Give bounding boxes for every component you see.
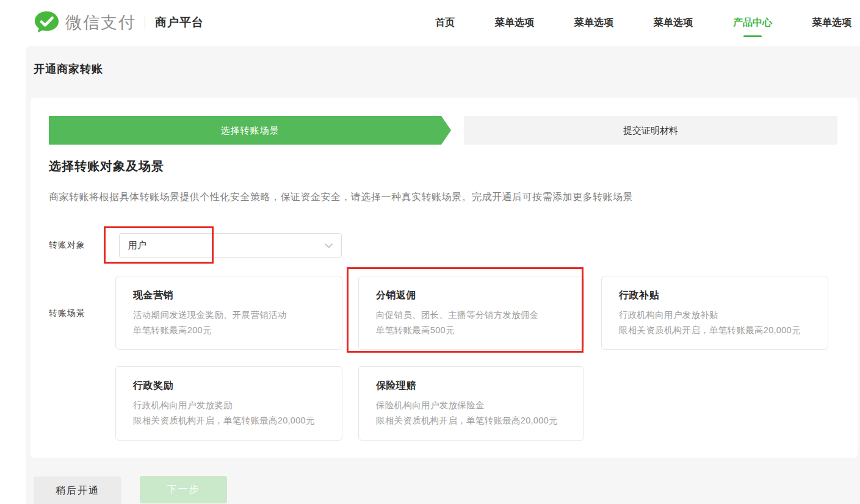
- scene-card-title: 行政补贴: [619, 289, 811, 302]
- open-later-button[interactable]: 稍后开通: [34, 477, 121, 504]
- scene-desc-line1: 行政机构向用户发放补贴: [619, 310, 718, 320]
- logo-divider: [145, 16, 145, 29]
- nav-item-menu-3[interactable]: 菜单选项: [654, 16, 693, 29]
- nav-item-menu-1[interactable]: 菜单选项: [495, 16, 534, 29]
- scene-card-cash-marketing[interactable]: 现金营销 活动期间发送现金奖励、开展营销活动单笔转账最高200元: [115, 276, 342, 350]
- scene-card-title: 分销返佣: [376, 289, 566, 302]
- scene-card-title: 现金营销: [133, 289, 325, 302]
- transfer-target-label: 转账对象: [49, 240, 85, 251]
- scene-card-desc: 活动期间发送现金奖励、开展营销活动单笔转账最高200元: [133, 308, 325, 338]
- scene-desc-line1: 保险机构向用户发放保险金: [376, 400, 485, 410]
- transfer-target-select[interactable]: 用户: [119, 233, 342, 258]
- scene-card-desc: 行政机构向用户发放补贴限相关资质机构开启，单笔转账最高20,000元: [619, 308, 811, 338]
- scene-card-desc: 向促销员、团长、主播等分销方发放佣金单笔转账最高500元: [376, 308, 566, 338]
- section-description: 商家转账将根据具体转账场景提供个性化安全策略，保证资金安全，请选择一种真实转账场…: [49, 191, 633, 204]
- scene-card-desc: 行政机构向用户发放奖励限相关资质机构开启，单笔转账最高20,000元: [133, 398, 325, 428]
- page-title: 开通商家转账: [34, 62, 103, 76]
- section-heading: 选择转账对象及场景: [49, 158, 164, 175]
- scene-desc-line1: 向促销员、团长、主播等分销方发放佣金: [376, 310, 538, 320]
- portal-name: 商户平台: [155, 15, 204, 31]
- brand-name: 微信支付: [65, 12, 136, 34]
- merchant-platform-page: 微信支付 商户平台 首页 菜单选项 菜单选项 菜单选项 产品中心 菜单选项 开通…: [0, 0, 860, 504]
- scene-card-distribution-commission[interactable]: 分销返佣 向促销员、团长、主播等分销方发放佣金单笔转账最高500元: [358, 276, 584, 350]
- next-step-button[interactable]: 下一步: [140, 476, 227, 503]
- chevron-down-icon: [325, 240, 333, 248]
- nav-item-menu-4[interactable]: 菜单选项: [812, 16, 851, 29]
- scene-card-desc: 保险机构向用户发放保险金限相关资质机构开启，单笔转账最高20,000元: [376, 398, 566, 428]
- scene-desc-line1: 活动期间发送现金奖励、开展营销活动: [133, 310, 287, 320]
- top-bar: 微信支付 商户平台 首页 菜单选项 菜单选项 菜单选项 产品中心 菜单选项: [0, 0, 860, 46]
- scene-desc-line2: 限相关资质机构开启，单笔转账最高20,000元: [619, 325, 801, 335]
- scene-card-insurance-claim[interactable]: 保险理赔 保险机构向用户发放保险金限相关资质机构开启，单笔转账最高20,000元: [358, 366, 584, 441]
- scene-card-admin-subsidy[interactable]: 行政补贴 行政机构向用户发放补贴限相关资质机构开启，单笔转账最高20,000元: [601, 276, 828, 350]
- scene-desc-line1: 行政机构向用户发放奖励: [133, 400, 233, 410]
- content-card: 提交证明材料 选择转账场景 选择转账对象及场景 商家转账将根据具体转账场景提供个…: [31, 98, 858, 458]
- scene-card-admin-reward[interactable]: 行政奖励 行政机构向用户发放奖励限相关资质机构开启，单笔转账最高20,000元: [115, 366, 342, 441]
- nav-item-menu-2[interactable]: 菜单选项: [574, 16, 613, 29]
- transfer-target-value: 用户: [128, 240, 146, 251]
- logo[interactable]: 微信支付 商户平台: [34, 10, 204, 35]
- main-nav: 首页 菜单选项 菜单选项 菜单选项 产品中心 菜单选项: [435, 16, 851, 29]
- scene-card-title: 保险理赔: [376, 380, 566, 392]
- step-choose-scene: 选择转账场景: [49, 116, 451, 145]
- scene-desc-line2: 单笔转账最高500元: [376, 325, 455, 335]
- scene-card-title: 行政奖励: [133, 380, 325, 392]
- scene-desc-line2: 限相关资质机构开启，单笔转账最高20,000元: [133, 416, 315, 425]
- step-submit-materials: 提交证明材料: [464, 116, 837, 145]
- transfer-scene-label: 转账场景: [49, 308, 85, 319]
- step-indicator: 提交证明材料 选择转账场景: [49, 116, 837, 145]
- nav-item-home[interactable]: 首页: [435, 16, 455, 29]
- wechat-pay-icon: [34, 10, 60, 35]
- nav-item-product-center[interactable]: 产品中心: [733, 16, 772, 29]
- scene-desc-line2: 限相关资质机构开启，单笔转账最高20,000元: [376, 416, 558, 425]
- scene-desc-line2: 单笔转账最高200元: [133, 325, 212, 335]
